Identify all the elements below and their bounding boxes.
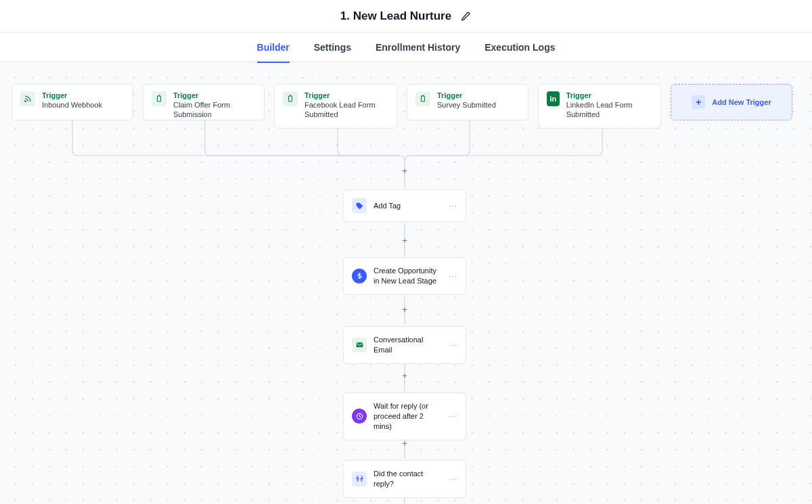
trigger-card[interactable]: Trigger Inbound Webhook [12, 84, 133, 120]
step-label: Did the contact reply? [374, 469, 442, 489]
svg-rect-8 [289, 96, 292, 101]
more-icon[interactable]: ··· [449, 340, 457, 350]
tab-builder[interactable]: Builder [257, 32, 290, 62]
branch-icon [352, 472, 367, 486]
more-icon[interactable]: ··· [449, 201, 457, 210]
clipboard-icon [415, 91, 430, 106]
more-icon[interactable]: ··· [449, 411, 457, 421]
clipboard-icon [152, 91, 166, 106]
step-card[interactable]: Create Opportunity in New Lead Stage ··· [343, 257, 466, 295]
step-card[interactable]: Conversational Email ··· [343, 326, 466, 364]
linkedin-icon: in [547, 91, 560, 106]
add-trigger-label: Add New Trigger [712, 98, 771, 106]
trigger-card[interactable]: Trigger Facebook Lead Form Submitted [274, 84, 397, 129]
tab-execution[interactable]: Execution Logs [484, 32, 555, 62]
page-title: 1. New Lead Nurture [340, 9, 451, 23]
trigger-subtitle: Inbound Webhook [42, 100, 102, 110]
trigger-subtitle: Survey Submitted [437, 100, 496, 110]
step-label: Add Tag [374, 201, 442, 211]
svg-rect-9 [422, 96, 425, 101]
plus-icon: + [692, 95, 705, 109]
trigger-subtitle: Claim Offer Form Submission [173, 100, 256, 120]
add-step-button[interactable]: + [400, 166, 409, 175]
add-step-button[interactable]: + [400, 304, 409, 314]
rss-icon [20, 91, 35, 106]
trigger-label: Trigger [566, 91, 652, 99]
mail-icon [352, 338, 367, 352]
trigger-label: Trigger [173, 91, 256, 99]
trigger-card[interactable]: in Trigger LinkedIn Lead Form Submitted [538, 84, 661, 129]
pencil-icon [461, 12, 470, 21]
add-step-button[interactable]: + [400, 371, 409, 380]
step-label: Conversational Email [374, 335, 442, 355]
more-icon[interactable]: ··· [449, 271, 457, 281]
triggers-row: Trigger Inbound Webhook Trigger Claim Of… [12, 84, 792, 129]
tab-enrollment[interactable]: Enrollment History [376, 32, 460, 62]
header: 1. New Lead Nurture [0, 0, 812, 32]
edit-title-button[interactable] [459, 10, 472, 22]
tag-icon [352, 198, 367, 213]
step-card[interactable]: Did the contact reply? ··· [343, 460, 466, 498]
trigger-label: Trigger [437, 91, 496, 99]
trigger-label: Trigger [42, 91, 102, 99]
step-label: Wait for reply (or proceed after 2 mins) [374, 401, 442, 432]
more-icon[interactable]: ··· [449, 474, 457, 484]
trigger-subtitle: LinkedIn Lead Form Submitted [566, 100, 652, 120]
add-step-button[interactable]: + [400, 438, 409, 448]
svg-rect-7 [158, 96, 161, 101]
clock-icon [352, 409, 367, 423]
trigger-card[interactable]: Trigger Survey Submitted [407, 84, 528, 120]
tab-settings[interactable]: Settings [314, 32, 351, 62]
trigger-card[interactable]: Trigger Claim Offer Form Submission [143, 84, 265, 120]
svg-rect-10 [356, 343, 363, 348]
canvas[interactable]: Trigger Inbound Webhook Trigger Claim Of… [0, 62, 812, 504]
step-card[interactable]: Add Tag ··· [343, 189, 466, 222]
dollar-icon [352, 269, 367, 283]
step-label: Create Opportunity in New Lead Stage [374, 266, 442, 286]
add-step-button[interactable]: + [400, 235, 409, 245]
clipboard-icon [283, 91, 298, 106]
step-card[interactable]: Wait for reply (or proceed after 2 mins)… [343, 392, 466, 440]
trigger-label: Trigger [304, 91, 388, 99]
svg-point-6 [25, 101, 26, 102]
add-trigger-button[interactable]: + Add New Trigger [671, 84, 792, 120]
tabs: Builder Settings Enrollment History Exec… [0, 32, 812, 62]
trigger-subtitle: Facebook Lead Form Submitted [304, 100, 388, 120]
